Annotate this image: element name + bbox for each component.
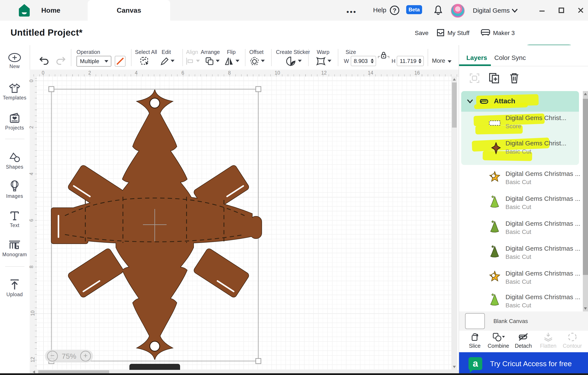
layer-row[interactable]: Digital Gems Christmas ...Basic Cut [461, 291, 579, 314]
operation-select[interactable]: Multiple [76, 56, 111, 67]
sidebar-item-new[interactable]: New [0, 53, 29, 69]
width-stepper[interactable] [369, 56, 376, 66]
canvas-artwork[interactable] [37, 76, 451, 370]
sidebar-item-projects[interactable]: Projects [0, 112, 29, 131]
detach-button[interactable]: Detach [512, 332, 535, 349]
ruler-number: 16 [414, 70, 420, 76]
arrange-button[interactable] [205, 56, 214, 66]
height-stepper[interactable] [417, 56, 424, 66]
layer-row[interactable]: Digital Gems Christmas ...Basic Cut [461, 242, 579, 265]
hscroll-thumb[interactable] [38, 370, 109, 373]
layer-row[interactable]: Digital Gems Christmas ...Basic Cut [461, 168, 579, 190]
edit-button[interactable] [159, 56, 169, 66]
slice-icon [470, 332, 480, 342]
zoom-control: − 75% + [45, 350, 93, 363]
arrange-caret-icon[interactable] [216, 60, 220, 62]
sidebar-item-images[interactable]: Images [0, 180, 29, 199]
ruler-number: 4 [29, 172, 34, 175]
tab-canvas-label: Canvas [88, 0, 170, 21]
flip-button[interactable] [224, 56, 234, 66]
combine-button[interactable]: Combine [487, 332, 510, 349]
ruler-number: 12 [321, 70, 327, 76]
tab-color-sync[interactable]: Color Sync [494, 54, 526, 61]
zoom-out-button[interactable]: − [47, 351, 58, 362]
scroll-left-icon[interactable] [33, 371, 35, 374]
select-all-button[interactable] [140, 56, 150, 66]
zoom-level: 75% [62, 352, 76, 360]
tab-layers[interactable]: Layers [466, 54, 487, 61]
scroll-up-icon[interactable] [453, 78, 456, 81]
scroll-down-icon[interactable] [453, 366, 456, 368]
active-tab-underline [459, 64, 491, 66]
brown-shape-thumbnail [491, 142, 501, 154]
layers-scrollbar[interactable] [583, 91, 588, 311]
layer-row-basic-cut[interactable]: Digital Gems Christ...Basic Cut [461, 139, 579, 162]
zoom-in-button[interactable]: + [80, 351, 91, 362]
account-avatar[interactable] [451, 4, 465, 18]
layers-scroll-down-icon[interactable] [584, 307, 587, 310]
warp-caret-icon[interactable] [327, 60, 331, 62]
overflow-menu-icon[interactable]: ••• [346, 8, 357, 16]
layers-scroll-thumb[interactable] [583, 99, 588, 275]
score-thumbnail [489, 120, 501, 126]
notifications-bell-icon[interactable] [433, 5, 443, 15]
height-input[interactable]: 11.719 [397, 56, 417, 66]
blank-canvas-row[interactable]: Blank Canvas [459, 311, 588, 331]
window-close-button[interactable] [577, 6, 585, 14]
layer-row[interactable]: Digital Gems Christmas ...Basic Cut [461, 267, 579, 290]
layer-row[interactable]: Digital Gems Christmas ...Basic Cut [461, 193, 579, 215]
canvas-vscrollbar[interactable] [451, 76, 457, 370]
sidebar-item-shapes[interactable]: Shapes [0, 152, 29, 170]
blank-canvas-swatch[interactable] [465, 313, 485, 329]
edit-caret-icon[interactable] [171, 60, 175, 62]
help-button[interactable]: Help [373, 6, 386, 14]
window-maximize-button[interactable] [557, 6, 565, 14]
flip-caret-icon[interactable] [236, 60, 239, 62]
ruler-number: 0 [29, 80, 34, 82]
machine-selector[interactable]: Maker 3 [493, 30, 515, 37]
machine-icon[interactable] [481, 28, 490, 37]
create-sticker-label: Create Sticker [276, 49, 310, 55]
offset-caret-icon[interactable] [261, 60, 265, 62]
window-minimize-button[interactable] [538, 7, 546, 15]
undo-button[interactable] [39, 55, 49, 65]
color-swatch-button[interactable] [115, 56, 126, 67]
cricut-access-banner[interactable]: a Try Cricut Access for free [459, 352, 588, 375]
chevron-down-icon[interactable] [466, 98, 474, 104]
redo-button[interactable] [55, 55, 66, 65]
attach-group-header[interactable]: Attach [461, 91, 579, 112]
trash-icon[interactable] [509, 72, 520, 84]
account-chevron-down-icon[interactable] [511, 8, 518, 13]
layer-row[interactable]: Digital Gems Christmas ...Basic Cut [461, 217, 579, 240]
layer-row-score[interactable]: Digital Gems Christ...Score [461, 114, 579, 137]
width-input[interactable]: 8.903 [351, 56, 370, 66]
offset-button[interactable] [250, 56, 259, 66]
flatten-button: Flatten [536, 332, 560, 349]
layers-scroll-up-icon[interactable] [584, 93, 587, 95]
ruler-number: 2 [29, 126, 34, 129]
vscroll-thumb[interactable] [452, 82, 457, 128]
more-button[interactable]: More [432, 58, 452, 64]
save-button[interactable]: Save [415, 30, 429, 37]
tab-canvas[interactable]: Canvas [88, 0, 170, 21]
align-label: Align [186, 49, 198, 55]
tab-home[interactable]: Home [41, 0, 60, 21]
warp-button[interactable] [316, 56, 326, 66]
size-lock-icon[interactable] [377, 50, 390, 61]
align-button [185, 57, 194, 66]
my-stuff-icon[interactable] [436, 28, 445, 37]
account-name[interactable]: Digital Gems [473, 7, 510, 14]
duplicate-icon[interactable] [488, 72, 500, 84]
attach-group-children: Digital Gems Christ...Score Digital Gems… [461, 112, 579, 165]
sidebar-item-templates[interactable]: Templates [0, 83, 29, 101]
help-question-icon[interactable]: ? [389, 5, 400, 15]
top-tab-bar: Home Canvas ••• Help ? Beta Digital Gems [0, 0, 588, 21]
sidebar-item-text[interactable]: Text [0, 210, 29, 228]
create-sticker-caret-icon[interactable] [298, 60, 302, 62]
sidebar-item-monogram[interactable]: Monogram [0, 239, 29, 257]
slice-button[interactable]: Slice [463, 332, 487, 349]
sidebar-item-upload[interactable]: Upload [0, 279, 29, 297]
create-sticker-button[interactable] [286, 56, 296, 66]
project-title[interactable]: Untitled Project* [10, 28, 83, 38]
my-stuff-button[interactable]: My Stuff [447, 30, 469, 37]
